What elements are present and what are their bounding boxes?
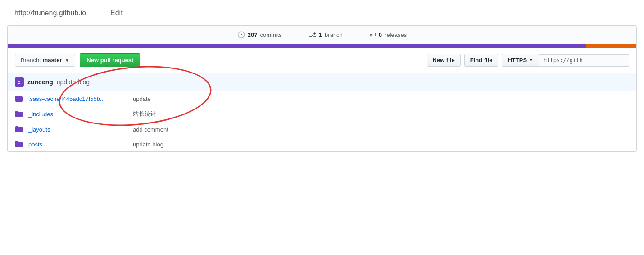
folder-icon (15, 126, 23, 133)
https-button[interactable]: HTTPS ▼ (502, 54, 539, 67)
clone-url-input[interactable] (539, 54, 629, 67)
branch-label: branch (325, 32, 343, 38)
commit-message: update blog (57, 78, 90, 86)
latest-commit-row: z zunceng update blog (8, 73, 636, 91)
file-link[interactable]: posts (28, 141, 42, 148)
file-name: _includes (28, 111, 127, 118)
new-file-button[interactable]: New file (427, 54, 461, 67)
find-file-button[interactable]: Find file (464, 54, 499, 67)
file-commit-msg: 站长统计 (133, 110, 156, 118)
stats-bar: 🕐 207 commits ⎇ 1 branch 🏷 0 releases (8, 26, 636, 44)
toolbar: Branch: master ▼ New pull request New fi… (8, 48, 636, 73)
branch-count: 1 (319, 32, 322, 38)
file-name: .sass-cache/f445adc17f55b... (28, 96, 127, 102)
commits-label: commits (260, 32, 281, 38)
edit-link[interactable]: Edit (103, 5, 130, 22)
table-row: _layouts add comment (8, 122, 636, 137)
commits-icon: 🕐 (237, 31, 245, 38)
releases-count: 0 (379, 32, 382, 38)
toolbar-right: New file Find file HTTPS ▼ (427, 54, 630, 67)
branch-prefix: Branch: (21, 57, 41, 64)
clone-section: HTTPS ▼ (502, 54, 629, 67)
commits-stat[interactable]: 🕐 207 commits (237, 31, 282, 38)
table-row: posts update blog (8, 137, 636, 151)
folder-icon (15, 110, 23, 118)
file-name: _layouts (28, 126, 127, 133)
chevron-down-icon: ▼ (64, 58, 69, 63)
new-pull-request-button[interactable]: New pull request (80, 53, 140, 67)
folder-icon (15, 95, 23, 102)
folder-icon (15, 141, 23, 148)
repo-container: 🕐 207 commits ⎇ 1 branch 🏷 0 releases (7, 25, 637, 152)
file-commit-msg: update (133, 96, 151, 102)
branch-name: master (43, 57, 62, 64)
commits-count: 207 (248, 32, 258, 38)
table-row: _includes 站长统计 (8, 106, 636, 122)
releases-stat[interactable]: 🏷 0 releases (370, 31, 407, 38)
commit-author[interactable]: zunceng (27, 78, 53, 86)
top-header: http://fruneng.github.io — Edit (0, 5, 644, 25)
file-list: .sass-cache/f445adc17f55b... update _inc… (8, 91, 636, 151)
releases-icon: 🏷 (370, 31, 376, 38)
language-bar (8, 44, 636, 48)
site-url: http://fruneng.github.io (14, 9, 86, 17)
branch-selector[interactable]: Branch: master ▼ (15, 54, 75, 67)
file-name: posts (28, 141, 127, 148)
chevron-down-icon: ▼ (529, 58, 533, 63)
file-commit-msg: add comment (133, 126, 168, 133)
table-row: .sass-cache/f445adc17f55b... update (8, 91, 636, 106)
branch-icon: ⎇ (309, 31, 316, 38)
file-link[interactable]: _includes (28, 111, 53, 118)
releases-label: releases (385, 32, 407, 38)
site-link[interactable]: http://fruneng.github.io (7, 5, 93, 22)
file-link[interactable]: _layouts (28, 126, 50, 133)
toolbar-left: Branch: master ▼ New pull request (15, 53, 140, 67)
progress-orange (586, 44, 636, 48)
progress-purple (8, 44, 586, 48)
file-link[interactable]: .sass-cache/ (28, 96, 61, 102)
file-hash-link[interactable]: f445adc17f55b... (61, 96, 105, 102)
branch-stat[interactable]: ⎇ 1 branch (309, 31, 343, 38)
avatar: z (15, 77, 24, 87)
file-commit-msg: update blog (133, 141, 163, 148)
separator: — (95, 9, 101, 17)
